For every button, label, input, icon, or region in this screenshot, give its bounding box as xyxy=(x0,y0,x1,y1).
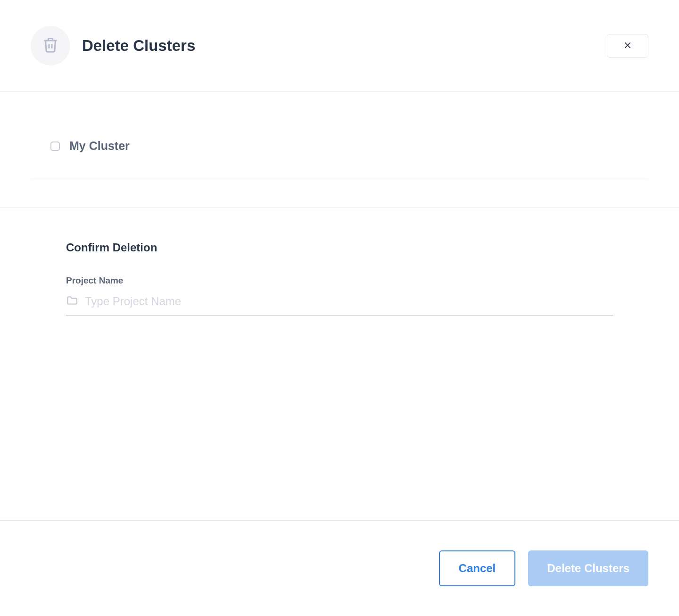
cluster-checkbox[interactable] xyxy=(50,142,60,151)
modal-title: Delete Clusters xyxy=(82,37,195,55)
cluster-list-section: My Cluster xyxy=(0,92,679,208)
trash-icon xyxy=(42,36,59,55)
project-name-input[interactable] xyxy=(85,295,613,308)
modal-header: Delete Clusters xyxy=(0,0,679,92)
project-name-input-row xyxy=(66,294,613,316)
header-icon-circle xyxy=(31,26,70,66)
cancel-button[interactable]: Cancel xyxy=(439,550,516,586)
confirm-section: Confirm Deletion Project Name xyxy=(0,208,679,520)
delete-clusters-modal: Delete Clusters My Cluster Confirm Delet… xyxy=(0,0,679,616)
cluster-name-label: My Cluster xyxy=(69,139,130,153)
delete-clusters-button[interactable]: Delete Clusters xyxy=(528,550,648,586)
cluster-row: My Cluster xyxy=(31,139,648,179)
close-icon xyxy=(622,40,633,52)
folder-icon xyxy=(66,294,78,308)
confirm-heading: Confirm Deletion xyxy=(66,241,613,254)
project-name-label: Project Name xyxy=(66,275,613,286)
header-left: Delete Clusters xyxy=(31,26,195,66)
close-button[interactable] xyxy=(607,34,648,58)
modal-footer: Cancel Delete Clusters xyxy=(0,520,679,616)
